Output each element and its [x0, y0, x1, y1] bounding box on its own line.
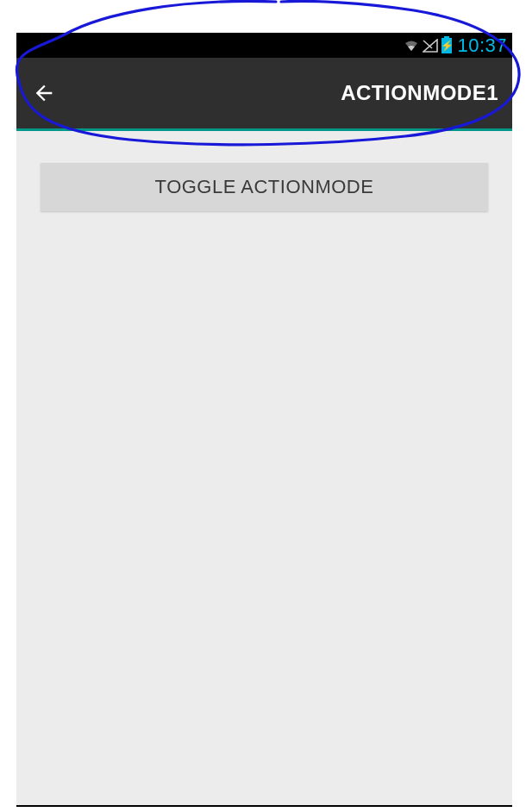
content-area: TOGGLE ACTIONMODE [16, 131, 512, 211]
status-time: 10:37 [457, 34, 507, 57]
toggle-actionmode-button[interactable]: TOGGLE ACTIONMODE [41, 163, 488, 211]
status-bar: ⚡ 10:37 [16, 33, 512, 58]
action-mode-title: ACTIONMODE1 [341, 81, 498, 105]
page-wrapper: ⚡ 10:37 ACTIONMODE1 TOGGLE ACTIONMODE [0, 0, 526, 812]
back-arrow-icon[interactable] [32, 81, 56, 105]
cellular-icon [423, 39, 438, 53]
battery-charging-icon: ⚡ [441, 38, 452, 53]
action-mode-bar: ACTIONMODE1 [16, 58, 512, 131]
wifi-icon [404, 40, 419, 52]
device-frame: ⚡ 10:37 ACTIONMODE1 TOGGLE ACTIONMODE [16, 33, 512, 807]
